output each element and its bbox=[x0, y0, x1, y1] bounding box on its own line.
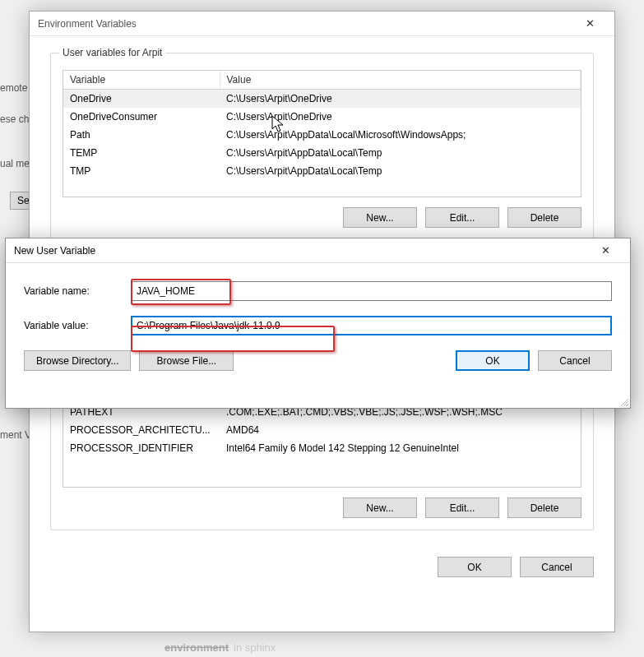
cell-val: AMD64 bbox=[220, 421, 581, 439]
newvar-cancel-button[interactable]: Cancel bbox=[538, 350, 612, 371]
user-vars-list[interactable]: Variable Value OneDrive C:\Users\Arpit\O… bbox=[63, 70, 581, 197]
table-row[interactable]: OneDriveConsumer C:\Users\Arpit\OneDrive bbox=[63, 108, 581, 126]
cell-var: OneDriveConsumer bbox=[63, 108, 220, 126]
titlebar[interactable]: New User Variable ✕ bbox=[6, 238, 630, 263]
table-row[interactable]: TEMP C:\Users\Arpit\AppData\Local\Temp bbox=[63, 144, 581, 162]
user-delete-button[interactable]: Delete bbox=[507, 207, 581, 228]
variable-name-input[interactable] bbox=[131, 281, 612, 301]
user-vars-group: Variable Value OneDrive C:\Users\Arpit\O… bbox=[50, 53, 594, 240]
sys-new-button[interactable]: New... bbox=[343, 497, 417, 518]
cell-var: TEMP bbox=[63, 144, 220, 162]
table-row[interactable]: Path C:\Users\Arpit\AppData\Local\Micros… bbox=[63, 126, 581, 144]
cell-val: Intel64 Family 6 Model 142 Stepping 12 G… bbox=[220, 439, 581, 457]
close-icon[interactable]: ✕ bbox=[589, 238, 622, 262]
cell-val: C:\Users\Arpit\AppData\Local\Microsoft\W… bbox=[220, 126, 581, 144]
user-new-button[interactable]: New... bbox=[343, 207, 417, 228]
cell-var: PROCESSOR_ARCHITECTU... bbox=[63, 421, 220, 439]
status-bar: environment in sphinx bbox=[0, 637, 644, 657]
newvar-ok-button[interactable]: OK bbox=[456, 350, 530, 371]
table-row[interactable]: PROCESSOR_IDENTIFIER Intel64 Family 6 Mo… bbox=[63, 439, 581, 457]
dialog-title: New User Variable bbox=[14, 245, 95, 257]
table-row[interactable]: TMP C:\Users\Arpit\AppData\Local\Temp bbox=[63, 162, 581, 180]
bg-text: emote bbox=[0, 82, 27, 94]
cell-val: C:\Users\Arpit\AppData\Local\Temp bbox=[220, 144, 581, 162]
sys-delete-button[interactable]: Delete bbox=[507, 497, 581, 518]
col-value[interactable]: Value bbox=[220, 71, 581, 90]
browse-file-button[interactable]: Browse File... bbox=[139, 350, 234, 371]
close-icon[interactable]: ✕ bbox=[573, 12, 606, 35]
dialog-title: Environment Variables bbox=[38, 18, 137, 30]
browse-directory-button[interactable]: Browse Directory... bbox=[24, 350, 131, 371]
variable-value-label: Variable value: bbox=[24, 320, 131, 331]
resize-grip-icon[interactable] bbox=[619, 396, 628, 406]
titlebar[interactable]: Environment Variables ✕ bbox=[30, 12, 614, 36]
new-user-variable-dialog: New User Variable ✕ Variable name: Varia… bbox=[5, 238, 631, 409]
status-word: environment bbox=[164, 641, 229, 654]
cell-val: C:\Users\Arpit\OneDrive bbox=[220, 108, 581, 126]
cell-val: C:\Users\Arpit\AppData\Local\Temp bbox=[220, 162, 581, 180]
sys-edit-button[interactable]: Edit... bbox=[425, 497, 499, 518]
cell-var: Path bbox=[63, 126, 220, 144]
variable-name-label: Variable name: bbox=[24, 285, 131, 297]
bg-text: ment V bbox=[0, 429, 31, 441]
cell-var: TMP bbox=[63, 162, 220, 180]
env-ok-button[interactable]: OK bbox=[438, 557, 512, 577]
cell-val: C:\Users\Arpit\OneDrive bbox=[220, 90, 581, 109]
variable-value-input[interactable] bbox=[131, 316, 612, 335]
bg-text: ese ch bbox=[0, 113, 29, 125]
user-edit-button[interactable]: Edit... bbox=[425, 207, 499, 228]
col-variable[interactable]: Variable bbox=[63, 71, 220, 90]
table-row[interactable]: OneDrive C:\Users\Arpit\OneDrive bbox=[63, 90, 581, 109]
cell-var: OneDrive bbox=[63, 90, 220, 109]
env-cancel-button[interactable]: Cancel bbox=[520, 557, 594, 577]
cell-var: PROCESSOR_IDENTIFIER bbox=[63, 439, 220, 457]
status-suffix: in sphinx bbox=[234, 641, 276, 654]
table-row[interactable]: PROCESSOR_ARCHITECTU... AMD64 bbox=[63, 421, 581, 439]
bg-text: ual me bbox=[0, 158, 30, 169]
